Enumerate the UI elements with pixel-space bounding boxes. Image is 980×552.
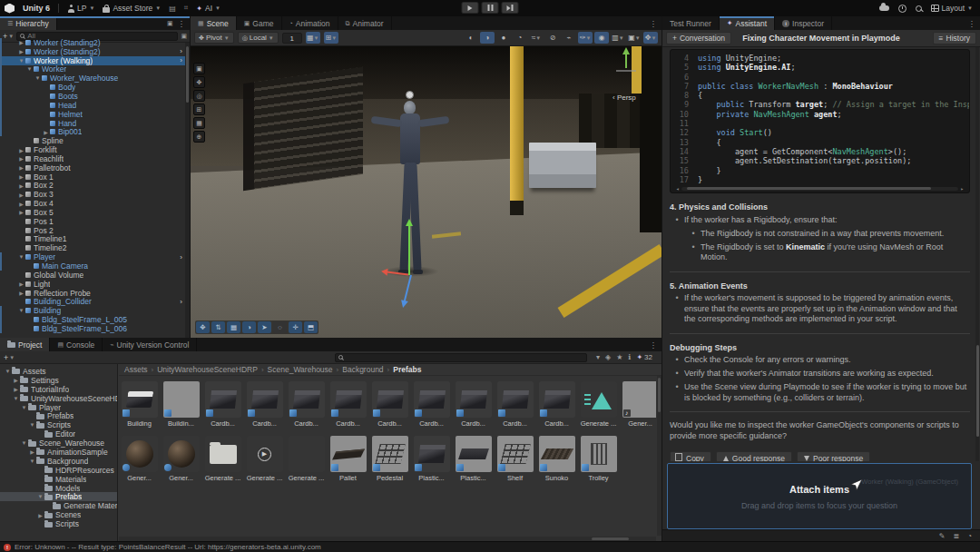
- hierarchy-item-bldg-steelframe-l-006[interactable]: Bldg_SteelFrame_L_006: [0, 324, 185, 333]
- expand-arrow[interactable]: ▶: [17, 173, 25, 180]
- snap-overlay-button[interactable]: ⬒: [304, 321, 318, 333]
- hierarchy-item-pos-2[interactable]: Pos 2: [0, 226, 185, 235]
- expand-arrow[interactable]: ▶: [17, 192, 25, 198]
- hierarchy-item-timeline2[interactable]: Timeline2: [0, 243, 185, 252]
- hierarchy-item-worker-walking[interactable]: ▼Worker (Walking)›: [0, 56, 185, 65]
- asset-generate[interactable]: Generate ...: [286, 436, 327, 482]
- project-search-input[interactable]: [346, 353, 583, 361]
- multiplayer-icon[interactable]: ⌗: [184, 4, 189, 13]
- scrollbar-thumb[interactable]: [592, 537, 629, 540]
- expand-arrow[interactable]: ▶: [17, 48, 25, 54]
- scrollbar-thumb[interactable]: [687, 187, 931, 190]
- tab-assistant[interactable]: ✦ Assistant: [720, 16, 775, 30]
- expand-arrow[interactable]: ▶: [17, 155, 25, 162]
- window-manager-icon[interactable]: ▤: [169, 5, 176, 13]
- grid-snap-value[interactable]: 1: [282, 33, 302, 44]
- gizmo-overlay-button[interactable]: ✛: [289, 321, 302, 333]
- tab-scene[interactable]: ▦ Scene: [191, 16, 237, 30]
- expand-arrow[interactable]: ▶: [17, 147, 25, 153]
- asset-generate[interactable]: ▶Generate ...: [244, 436, 285, 482]
- audio-toggle[interactable]: ●: [496, 32, 511, 44]
- tab-console[interactable]: ▤ Console: [50, 338, 103, 351]
- scroll-right-arrow[interactable]: ▸: [960, 184, 964, 193]
- expand-arrow[interactable]: ▼: [36, 494, 44, 499]
- asset-gener[interactable]: Gener...: [161, 436, 201, 482]
- folder-hdrpresources[interactable]: HDRPResources: [0, 466, 117, 475]
- expand-arrow[interactable]: ▶: [12, 386, 20, 392]
- panel-menu-icon[interactable]: ⋮: [968, 19, 976, 28]
- hierarchy-item-pos-1[interactable]: Pos 1: [0, 217, 185, 226]
- expand-arrow[interactable]: ▶: [42, 129, 50, 135]
- asset-cardb[interactable]: Cardb...: [536, 381, 577, 428]
- transform-tool-button[interactable]: ⊕: [193, 131, 205, 143]
- expand-arrow[interactable]: ▶: [12, 377, 20, 383]
- grid-snapping-toggle[interactable]: ▦▼: [306, 32, 320, 44]
- snap-increment-toggle[interactable]: ⊞▼: [324, 32, 338, 44]
- fog-dropdown[interactable]: ≈▼: [529, 32, 544, 44]
- brush-dropdown[interactable]: ✑▼: [578, 32, 593, 44]
- visibility-toggle[interactable]: ◉: [594, 32, 609, 44]
- menu-ai[interactable]: ✦ AI ▼: [196, 4, 220, 13]
- code-block[interactable]: 4using UnityEngine;5using UnityEngine.AI…: [670, 49, 970, 193]
- sources-icon[interactable]: ≣: [953, 532, 959, 540]
- asset-trolley[interactable]: Trolley: [578, 436, 619, 482]
- hierarchy-item-global-volume[interactable]: Global Volume: [0, 271, 185, 280]
- hierarchy-item-main-camera[interactable]: Main Camera: [0, 261, 185, 271]
- assistant-scrollbar[interactable]: [975, 47, 979, 461]
- grid-visibility-dropdown[interactable]: ▥▼: [611, 32, 625, 44]
- asset-gener[interactable]: ♪Gener...: [620, 381, 656, 428]
- play-button[interactable]: [462, 2, 479, 14]
- rotate-tool-button[interactable]: ◎: [193, 90, 205, 102]
- copy-button[interactable]: Copy: [670, 451, 711, 461]
- move-overlay-button[interactable]: ✥: [196, 321, 210, 333]
- hierarchy-item-spline[interactable]: Spline: [0, 136, 185, 145]
- view-tool-button[interactable]: ▣: [193, 63, 205, 74]
- cursor-overlay-button[interactable]: ➤: [258, 321, 271, 333]
- asset-generate[interactable]: Generate ...: [202, 436, 243, 482]
- filter-by-type-icon[interactable]: ▾: [596, 353, 600, 361]
- folder-models[interactable]: Models: [0, 484, 117, 493]
- expand-arrow[interactable]: ▼: [28, 458, 36, 464]
- hierarchy-item-worker-warehouse[interactable]: ▼Worker_Warehouse: [0, 74, 185, 83]
- tab-inspector[interactable]: i Inspector: [775, 16, 832, 30]
- lighting-toggle[interactable]: ◑: [480, 32, 495, 44]
- asset-pallet[interactable]: Pallet: [328, 436, 368, 482]
- undo-history-icon[interactable]: [898, 5, 906, 13]
- pause-button[interactable]: [482, 2, 499, 14]
- folder-settings[interactable]: ▶Settings: [0, 376, 117, 385]
- hierarchy-item-box-1[interactable]: ▶Box 1: [0, 172, 185, 182]
- gizmos-dropdown[interactable]: ✥▼: [643, 32, 658, 44]
- hierarchy-item-boots[interactable]: Boots: [0, 92, 185, 101]
- folder-scene-warehouse[interactable]: ▼Scene_Warehouse: [0, 439, 117, 448]
- folder-generate-mater[interactable]: Generate Mater: [0, 501, 117, 510]
- hierarchy-item-box-2[interactable]: ▶Box 2: [0, 182, 185, 191]
- folder-materials[interactable]: Materials: [0, 475, 117, 484]
- tab-hierarchy[interactable]: ☰ Hierarchy: [0, 16, 57, 30]
- folder-editor[interactable]: Editor: [0, 429, 117, 439]
- asset-gener[interactable]: Gener...: [119, 436, 160, 482]
- draw-mode-toggle[interactable]: ◐: [464, 32, 478, 44]
- hierarchy-item-timeline1[interactable]: Timeline1: [0, 235, 185, 244]
- orientation-gizmo[interactable]: ‹ Persp: [612, 52, 649, 104]
- asset-cardb[interactable]: Cardb...: [202, 381, 243, 428]
- scrollbar-thumb[interactable]: [976, 345, 979, 436]
- create-asset-button[interactable]: +▼: [4, 353, 15, 362]
- scroll-left-arrow[interactable]: ◂: [676, 184, 680, 193]
- expand-arrow[interactable]: ▶: [17, 281, 25, 287]
- isolation-toggle[interactable]: ⌁: [562, 32, 576, 44]
- tab-project[interactable]: Project: [0, 338, 50, 351]
- expand-arrow[interactable]: ▶: [17, 39, 25, 45]
- folder-animationsample[interactable]: ▶AnimationSample: [0, 448, 117, 457]
- mute-toggle[interactable]: ⊘: [545, 32, 560, 44]
- folder-prefabs[interactable]: Prefabs: [0, 411, 117, 420]
- effects-toggle[interactable]: ◔: [513, 32, 527, 44]
- worker-character[interactable]: [383, 91, 437, 286]
- scrollbar-thumb[interactable]: [658, 378, 661, 412]
- panel-menu-icon[interactable]: ⋮: [650, 19, 658, 28]
- project-searchbox[interactable]: [335, 353, 587, 362]
- unity-logo-icon[interactable]: [5, 4, 15, 14]
- folder-player[interactable]: ▼Player: [0, 403, 117, 412]
- assistant-conversation[interactable]: 4using UnityEngine;5using UnityEngine.AI…: [662, 47, 974, 461]
- hierarchy-item-worker-standing2[interactable]: ▶Worker (Standing2)›: [0, 47, 185, 56]
- edit-icon[interactable]: ✎: [939, 532, 946, 540]
